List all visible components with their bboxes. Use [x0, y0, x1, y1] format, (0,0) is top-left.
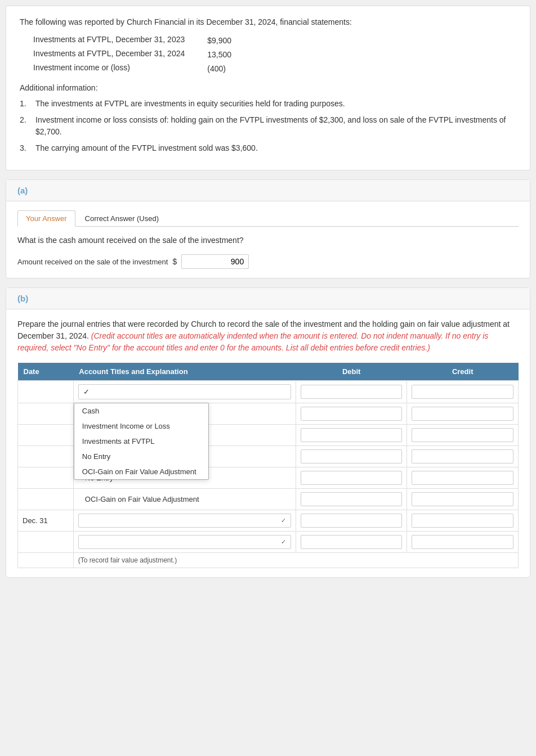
- debit-input-dec31-2[interactable]: [301, 535, 403, 549]
- credit-input-dec31-2[interactable]: [412, 535, 513, 549]
- debit-cell-2[interactable]: [296, 403, 407, 425]
- debit-cell-5[interactable]: [296, 467, 407, 489]
- dropdown-item-no-entry[interactable]: No Entry: [74, 449, 208, 464]
- list-item: 3.The carrying amount of the FVTPL inves…: [20, 142, 516, 154]
- credit-cell-dec31-2[interactable]: [407, 532, 519, 553]
- debit-cell-6[interactable]: [296, 489, 407, 510]
- amount-input[interactable]: [181, 254, 249, 269]
- additional-info-label: Additional information:: [20, 83, 516, 92]
- tab-your-answer[interactable]: Your Answer: [17, 210, 75, 227]
- section-b-body: Prepare the journal entries that were re…: [6, 309, 530, 577]
- credit-input-2[interactable]: [412, 407, 513, 421]
- account-cell-dec31-2[interactable]: ✓: [73, 532, 296, 553]
- investment-value: (400): [207, 61, 254, 75]
- th-credit: Credit: [407, 363, 519, 381]
- debit-cell-dec31-2[interactable]: [296, 532, 407, 553]
- debit-cell-3[interactable]: [296, 425, 407, 446]
- investment-label: Investments at FVTPL, December 31, 2024: [33, 47, 207, 61]
- date-cell-5: [18, 467, 74, 489]
- table-row-dec31-1: Dec. 31 ✓: [18, 510, 519, 532]
- date-cell: [18, 381, 74, 403]
- credit-input-3[interactable]: [412, 428, 513, 442]
- debit-cell-4[interactable]: [296, 446, 407, 467]
- dropdown-trigger-dec31-2[interactable]: ✓: [78, 535, 291, 549]
- additional-info: Additional information: 1.The investment…: [20, 83, 516, 154]
- account-cell-6: OCI-Gain on Fair Value Adjustment: [73, 489, 296, 510]
- credit-input-5[interactable]: [412, 471, 513, 485]
- dropdown-menu-1: Cash Investment Income or Loss Investmen…: [74, 403, 209, 480]
- list-item: 1.The investments at FVTPL are investmen…: [20, 98, 516, 110]
- debit-input-1[interactable]: [301, 385, 403, 399]
- dropdown-item-income-loss[interactable]: Investment Income or Loss: [74, 418, 208, 434]
- journal-table: Date Account Titles and Explanation Debi…: [17, 363, 519, 568]
- dropdown-trigger-1[interactable]: ✓: [78, 384, 291, 399]
- list-item-text: The carrying amount of the FVTPL investm…: [35, 142, 258, 154]
- table-row: OCI-Gain on Fair Value Adjustment: [18, 489, 519, 510]
- dropdown-item-investments[interactable]: Investments at FVTPL: [74, 434, 208, 449]
- credit-input-1[interactable]: [412, 385, 513, 399]
- chevron-down-icon-2: ✓: [281, 538, 286, 546]
- debit-input-6[interactable]: [301, 492, 403, 506]
- section-b-instruction: Prepare the journal entries that were re…: [17, 318, 519, 354]
- debit-input-5[interactable]: [301, 471, 403, 485]
- credit-cell-4[interactable]: [407, 446, 519, 467]
- credit-cell-2[interactable]: [407, 403, 519, 425]
- question-a: What is the cash amount received on the …: [17, 235, 519, 246]
- table-row: Investment income or (loss)(400): [33, 61, 254, 75]
- list-item: 2.Investment income or loss consists of:…: [20, 114, 516, 138]
- table-row: Investments at FVTPL, December 31, 2023$…: [33, 33, 254, 47]
- date-cell-6: [18, 489, 74, 510]
- debit-input-dec31-1[interactable]: [301, 514, 403, 528]
- tab-correct-answer[interactable]: Correct Answer (Used): [77, 210, 167, 226]
- debit-input-4[interactable]: [301, 449, 403, 464]
- credit-cell-3[interactable]: [407, 425, 519, 446]
- date-cell-dec31-2: [18, 532, 74, 553]
- section-a-card: (a) Your Answer Correct Answer (Used) Wh…: [6, 179, 530, 278]
- debit-cell-1[interactable]: [296, 381, 407, 403]
- investment-label: Investments at FVTPL, December 31, 2023: [33, 33, 207, 47]
- problem-card: The following was reported by Church Fin…: [6, 6, 530, 170]
- date-cell-3: [18, 425, 74, 446]
- investments-table: Investments at FVTPL, December 31, 2023$…: [33, 33, 516, 75]
- table-row-dec31-2: ✓: [18, 532, 519, 553]
- credit-cell-1[interactable]: [407, 381, 519, 403]
- debit-input-2[interactable]: [301, 407, 403, 421]
- dropdown-item-cash[interactable]: Cash: [74, 403, 208, 418]
- amount-label: Amount received on the sale of the inves…: [17, 258, 168, 266]
- list-item-text: The investments at FVTPL are investments…: [35, 98, 345, 110]
- account-cell-dec31-1[interactable]: ✓: [73, 510, 296, 532]
- credit-cell-6[interactable]: [407, 489, 519, 510]
- account-cell-dropdown[interactable]: ✓ Cash Investment Income or Loss Investm…: [73, 381, 296, 403]
- section-a-body: Your Answer Correct Answer (Used) What i…: [6, 201, 530, 278]
- intro-text: The following was reported by Church Fin…: [20, 17, 516, 26]
- credit-input-dec31-1[interactable]: [412, 514, 513, 528]
- credit-cell-5[interactable]: [407, 467, 519, 489]
- section-b-card: (b) Prepare the journal entries that wer…: [6, 287, 530, 578]
- date-cell-2: [18, 403, 74, 425]
- section-a-header: (a): [6, 180, 530, 201]
- list-item-text: Investment income or loss consists of: h…: [35, 114, 516, 138]
- investment-label: Investment income or (loss): [33, 61, 207, 75]
- th-date: Date: [18, 363, 74, 381]
- section-b-header: (b): [6, 288, 530, 309]
- investment-value: 13,500: [207, 47, 254, 61]
- debit-input-3[interactable]: [301, 428, 403, 442]
- dropdown-item-oci[interactable]: OCI-Gain on Fair Value Adjustment: [74, 464, 208, 479]
- list-item-num: 2.: [20, 114, 35, 138]
- section-a-label: (a): [17, 186, 28, 195]
- list-item-num: 1.: [20, 98, 35, 110]
- credit-input-4[interactable]: [412, 449, 513, 464]
- dropdown-trigger-dec31-1[interactable]: ✓: [78, 514, 291, 528]
- date-cell-dec31-1: Dec. 31: [18, 510, 74, 532]
- numbered-list: 1.The investments at FVTPL are investmen…: [20, 98, 516, 154]
- debit-cell-dec31-1[interactable]: [296, 510, 407, 532]
- dollar-sign: $: [172, 257, 177, 266]
- section-a-tabs: Your Answer Correct Answer (Used): [17, 210, 519, 227]
- credit-cell-dec31-1[interactable]: [407, 510, 519, 532]
- note-date: [18, 553, 74, 568]
- date-cell-4: [18, 446, 74, 467]
- credit-input-6[interactable]: [412, 492, 513, 506]
- table-row-note: (To record fair value adjustment.): [18, 553, 519, 568]
- list-item-num: 3.: [20, 142, 35, 154]
- amount-row: Amount received on the sale of the inves…: [17, 254, 519, 269]
